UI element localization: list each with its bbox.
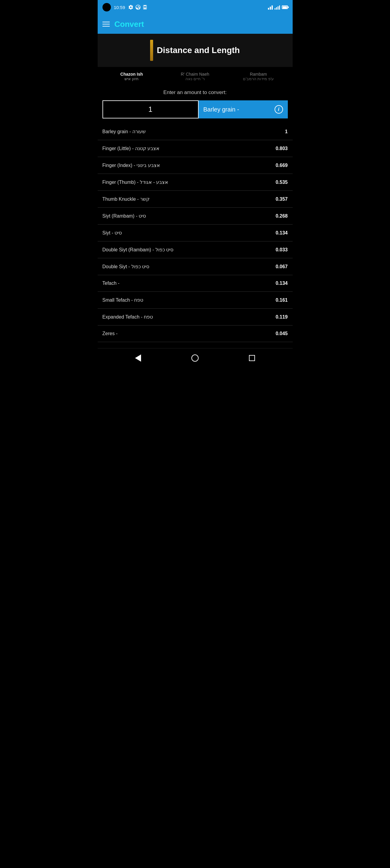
row-label-12: Zeres - <box>102 331 270 336</box>
svg-rect-2 <box>144 7 146 9</box>
ruler-icon <box>150 40 153 61</box>
row-value-9: 0.134 <box>270 281 288 286</box>
opinion-tab-chaim-naeh[interactable]: R' Chaim Naeh ר' חיים נאה <box>163 72 227 81</box>
row-value-4: 0.357 <box>270 196 288 202</box>
table-row: Double Siyt (Rambam) - סיט כפול 0.033 <box>98 241 293 258</box>
table-row: Finger (Index) - אצבע בינוני 0.669 <box>98 157 293 174</box>
row-label-5: Siyt (Rambam) - סיט <box>102 213 270 219</box>
conversion-table: Barley grain - שעורה 1 Finger (Little) -… <box>98 123 293 342</box>
row-value-8: 0.067 <box>270 264 288 270</box>
row-label-4: Thumb Knuckle - קשר <box>102 196 270 202</box>
status-icons <box>128 4 147 10</box>
row-value-0: 1 <box>270 129 288 134</box>
row-value-12: 0.045 <box>270 331 288 336</box>
table-row: Tefach - 0.134 <box>98 275 293 292</box>
section-title: Distance and Length <box>157 45 240 55</box>
row-label-7: Double Siyt (Rambam) - סיט כפול <box>102 247 270 253</box>
status-left: 10:59 <box>102 3 148 11</box>
row-label-0: Barley grain - שעורה <box>102 129 270 134</box>
status-circle <box>102 3 111 11</box>
row-label-6: Siyt - סיט <box>102 230 270 236</box>
vpn-icon <box>135 4 141 10</box>
table-row: Siyt (Rambam) - סיט 0.268 <box>98 208 293 224</box>
row-label-10: Small Tefach - טפח <box>102 297 270 303</box>
unit-selector-button[interactable]: Barley grain - i <box>199 100 288 119</box>
page-title: Convert <box>115 20 144 29</box>
opinion-chazon-ish-he: חזון איש <box>100 76 163 81</box>
row-value-3: 0.535 <box>270 180 288 185</box>
save-icon <box>143 4 147 10</box>
settings-icon <box>128 4 133 10</box>
home-icon <box>191 354 199 362</box>
table-row: Small Tefach - טפח 0.161 <box>98 292 293 309</box>
table-row: Finger (Thumb) - אצבע - אגודל 0.535 <box>98 174 293 191</box>
row-value-5: 0.268 <box>270 213 288 219</box>
row-value-11: 0.119 <box>270 314 288 320</box>
nav-back-button[interactable] <box>132 352 144 364</box>
row-label-11: Expanded Tefach - טפח <box>102 314 270 320</box>
table-row: Barley grain - שעורה 1 <box>98 123 293 140</box>
opinion-chaim-naeh-en: R' Chaim Naeh <box>163 72 227 76</box>
convert-prompt: Enter an amount to convert: <box>98 86 293 98</box>
signal-icon <box>275 5 280 10</box>
input-row: Barley grain - i <box>102 100 288 119</box>
row-label-9: Tefach - <box>102 281 270 286</box>
nav-bar <box>98 348 293 368</box>
table-row: Zeres - 0.045 <box>98 326 293 342</box>
table-row: Siyt - סיט 0.134 <box>98 224 293 241</box>
row-label-1: Finger (Little) - אצבע קטנה <box>102 146 270 151</box>
top-bar: Convert <box>98 14 293 34</box>
nav-home-button[interactable] <box>189 352 201 364</box>
opinion-tab-rambam[interactable]: Rambam ע'פ מידות הרמב'ם <box>227 72 290 81</box>
opinion-chazon-ish-en: Chazon Ish <box>100 72 163 76</box>
row-label-2: Finger (Index) - אצבע בינוני <box>102 162 270 168</box>
table-row: Double Siyt - סיט כפול 0.067 <box>98 258 293 275</box>
nav-recent-button[interactable] <box>246 352 258 364</box>
opinion-rambam-en: Rambam <box>227 72 290 76</box>
status-right <box>268 5 288 10</box>
wifi-icon <box>268 5 273 10</box>
info-icon[interactable]: i <box>275 105 283 114</box>
row-value-7: 0.033 <box>270 247 288 253</box>
opinion-rambam-he: ע'פ מידות הרמב'ם <box>227 76 290 81</box>
row-value-2: 0.669 <box>270 163 288 168</box>
table-row: Finger (Little) - אצבע קטנה 0.803 <box>98 140 293 157</box>
back-icon <box>135 354 141 362</box>
amount-input[interactable] <box>102 100 199 119</box>
row-value-6: 0.134 <box>270 230 288 236</box>
status-time: 10:59 <box>114 5 125 10</box>
table-row: Thumb Knuckle - קשר 0.357 <box>98 191 293 208</box>
menu-icon[interactable] <box>102 22 110 27</box>
table-row: Expanded Tefach - טפח 0.119 <box>98 309 293 326</box>
row-value-10: 0.161 <box>270 298 288 303</box>
section-header: Distance and Length <box>98 34 293 67</box>
row-label-3: Finger (Thumb) - אצבע - אגודל <box>102 179 270 185</box>
battery-icon <box>282 5 288 9</box>
opinion-chaim-naeh-he: ר' חיים נאה <box>163 76 227 81</box>
recent-icon <box>249 355 255 361</box>
status-bar: 10:59 <box>98 0 293 14</box>
svg-rect-1 <box>144 5 146 6</box>
opinion-tab-chazon-ish[interactable]: Chazon Ish חזון איש <box>100 72 163 81</box>
unit-label: Barley grain - <box>204 106 239 113</box>
row-label-8: Double Siyt - סיט כפול <box>102 264 270 270</box>
opinion-tabs: Chazon Ish חזון איש R' Chaim Naeh ר' חיי… <box>98 67 293 86</box>
row-value-1: 0.803 <box>270 146 288 151</box>
